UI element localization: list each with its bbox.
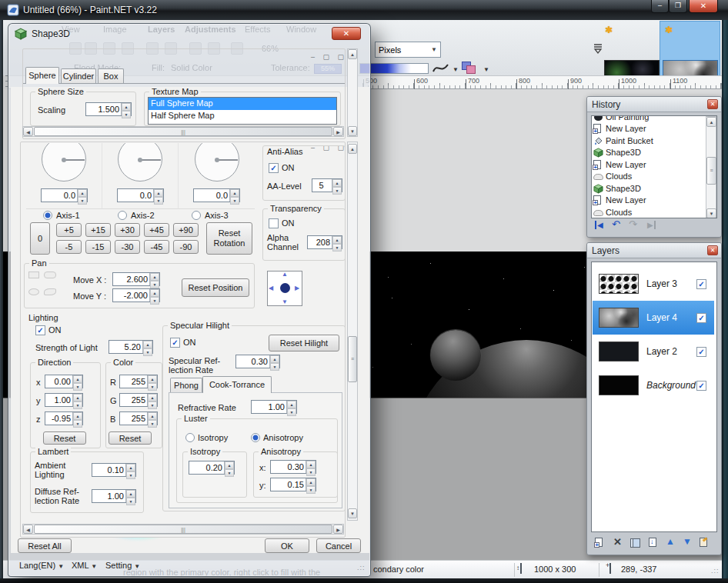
merge-down-icon[interactable]: ↓: [649, 536, 656, 550]
rotation-dial-1[interactable]: [42, 143, 86, 182]
subpanel1-hscrollbar[interactable]: ◀ ||| ▶: [22, 126, 344, 137]
rotate-plus15-button[interactable]: +15: [85, 223, 111, 237]
axis-1-radio[interactable]: [43, 211, 52, 220]
subpanel2-vscrollbar[interactable]: ▲ ≡ ▼: [347, 142, 358, 521]
scrollbar-thumb[interactable]: |||: [34, 525, 332, 534]
anisotropy-radio[interactable]: [251, 433, 260, 442]
add-layer-icon[interactable]: +: [595, 536, 603, 550]
history-scrollbar[interactable]: ▲ ≡ ▼: [706, 116, 716, 218]
move-x-spinner[interactable]: 2.600▲▼: [112, 272, 160, 286]
history-item[interactable]: Shape3D: [592, 182, 716, 195]
anti-alias-checkbox[interactable]: ✓: [269, 163, 279, 173]
scrollbar-thumb[interactable]: ≡: [348, 336, 357, 382]
layer-visible-checkbox[interactable]: ✓: [696, 381, 706, 391]
layer-visible-checkbox[interactable]: ✓: [696, 313, 706, 323]
rotate-plus45-button[interactable]: +45: [144, 223, 169, 237]
history-panel-titlebar[interactable]: History ✕: [587, 97, 721, 112]
scroll-right-icon[interactable]: ▶: [333, 525, 343, 534]
layer-visible-checkbox[interactable]: ✓: [696, 347, 706, 357]
rotate-plus30-button[interactable]: +30: [115, 223, 140, 237]
color-reset-button[interactable]: Reset: [109, 431, 152, 445]
tab-cylinder[interactable]: Cylinder: [61, 68, 96, 84]
direction-z-spinner[interactable]: -0.95▲▼: [45, 411, 83, 425]
layers-close-button[interactable]: ✕: [707, 245, 718, 255]
transparency-checkbox[interactable]: [269, 218, 279, 228]
rotate-minus90-button[interactable]: -90: [173, 240, 199, 254]
scroll-down-icon[interactable]: ▼: [706, 208, 716, 218]
delete-layer-icon[interactable]: ✕: [613, 536, 622, 548]
scroll-up-icon[interactable]: ▲: [348, 49, 357, 59]
move-y-spinner[interactable]: -2.000▲▼: [112, 288, 160, 302]
specular-checkbox[interactable]: ✓: [170, 338, 180, 348]
axis-2-radio[interactable]: [118, 211, 127, 220]
layer-row[interactable]: Layer 2 ✓: [593, 335, 714, 368]
alpha-channel-spinner[interactable]: 208▲▼: [307, 235, 342, 249]
tab-cook-torrance[interactable]: Cook-Torrance: [202, 376, 272, 393]
rotation-value-3[interactable]: 0.0▲▼: [193, 188, 240, 202]
reset-position-button[interactable]: Reset Position: [182, 278, 249, 297]
color-b-spinner[interactable]: 255▲▼: [119, 411, 158, 425]
direction-x-spinner[interactable]: 0.00▲▼: [45, 375, 83, 388]
texture-map-listbox[interactable]: Full Sphere Map Half Sphere Map: [148, 97, 337, 125]
history-item[interactable]: Paint Bucket: [592, 135, 716, 147]
lang-dropdown[interactable]: Lang(EN) ▼: [19, 561, 64, 570]
scroll-right-icon[interactable]: ▶: [333, 127, 343, 136]
ambient-lighting-spinner[interactable]: 0.10▲▼: [92, 463, 136, 477]
scroll-up-icon[interactable]: ▲: [706, 117, 716, 127]
isotropy-radio[interactable]: [185, 433, 195, 442]
close-button[interactable]: ✕: [689, 0, 718, 13]
rotate-plus5-button[interactable]: +5: [56, 223, 82, 237]
chevron-down-icon[interactable]: ▼: [483, 66, 489, 73]
anisotropy-y-spinner[interactable]: 0.15▲▼: [270, 478, 316, 491]
main-title-bar[interactable]: Untitled (66%) - Paint.NET v3.22 – ❐ ✕: [0, 0, 728, 20]
axis-3-radio[interactable]: [192, 211, 201, 220]
layer-properties-icon[interactable]: [700, 536, 707, 550]
rotate-0-button[interactable]: 0: [30, 222, 50, 255]
aa-level-spinner[interactable]: 5▲▼: [312, 178, 342, 192]
dialog-resize-grip[interactable]: .::: [357, 564, 366, 571]
scroll-left-icon[interactable]: ◀: [23, 127, 33, 136]
anisotropy-x-spinner[interactable]: 0.30▲▼: [270, 460, 316, 474]
joystick-knob-icon[interactable]: [280, 283, 290, 293]
lighting-checkbox[interactable]: ✓: [35, 325, 45, 335]
cancel-button[interactable]: Cancel: [316, 538, 361, 553]
redo-icon[interactable]: ↷: [629, 218, 637, 230]
move-layer-down-icon[interactable]: ▼: [683, 536, 692, 547]
layer-row-selected[interactable]: Layer 4 ✓: [593, 301, 714, 335]
scroll-down-icon[interactable]: ▼: [348, 126, 357, 136]
resize-grip[interactable]: .::: [711, 567, 720, 575]
rewind-icon[interactable]: ◀: [595, 221, 603, 229]
history-item[interactable]: Clouds: [592, 206, 716, 218]
rotate-minus30-button[interactable]: -30: [115, 240, 140, 254]
layer-visible-checkbox[interactable]: ✓: [696, 279, 706, 289]
listbox-item[interactable]: Half Sphere Map: [149, 110, 336, 122]
history-item[interactable]: +New Layer: [592, 195, 716, 207]
layer-row[interactable]: Layer 3 ✓: [593, 267, 714, 301]
diffuse-reflection-spinner[interactable]: 1.00▲▼: [92, 489, 136, 503]
history-item[interactable]: +New Layer: [592, 158, 716, 171]
pan-joystick[interactable]: ▲ ▼ ◀ ▶: [267, 271, 302, 306]
rotate-plus90-button[interactable]: +90: [173, 223, 199, 237]
history-item[interactable]: Shape3D: [592, 147, 716, 159]
scroll-down-icon[interactable]: ▼: [348, 508, 357, 518]
tab-box[interactable]: Box: [98, 68, 124, 84]
rotation-value-2[interactable]: 0.0▲▼: [117, 188, 164, 202]
history-item[interactable]: +New Layer: [592, 123, 716, 135]
direction-y-spinner[interactable]: 1.00▲▼: [45, 393, 83, 407]
xml-dropdown[interactable]: XML ▼: [72, 561, 97, 570]
minimize-button[interactable]: –: [651, 0, 669, 13]
rotation-value-1[interactable]: 0.0▲▼: [41, 188, 88, 202]
move-layer-up-icon[interactable]: ▲: [666, 536, 675, 547]
rotation-dial-3[interactable]: [195, 143, 239, 182]
listbox-item-selected[interactable]: Full Sphere Map: [149, 98, 336, 110]
undo-icon[interactable]: ↶: [612, 218, 620, 230]
scroll-up-icon[interactable]: ▲: [348, 144, 357, 154]
rotate-minus5-button[interactable]: -5: [56, 240, 82, 254]
refractive-rate-spinner[interactable]: 1.00▲▼: [251, 400, 297, 414]
history-item[interactable]: Clouds: [592, 171, 716, 183]
reset-rotation-button[interactable]: Reset Rotation: [206, 222, 252, 255]
color-r-spinner[interactable]: 255▲▼: [119, 375, 158, 388]
restore-button[interactable]: ❐: [669, 0, 687, 13]
layers-panel-titlebar[interactable]: Layers ✕: [587, 243, 721, 258]
units-combobox[interactable]: Pixels ▼: [375, 42, 441, 58]
